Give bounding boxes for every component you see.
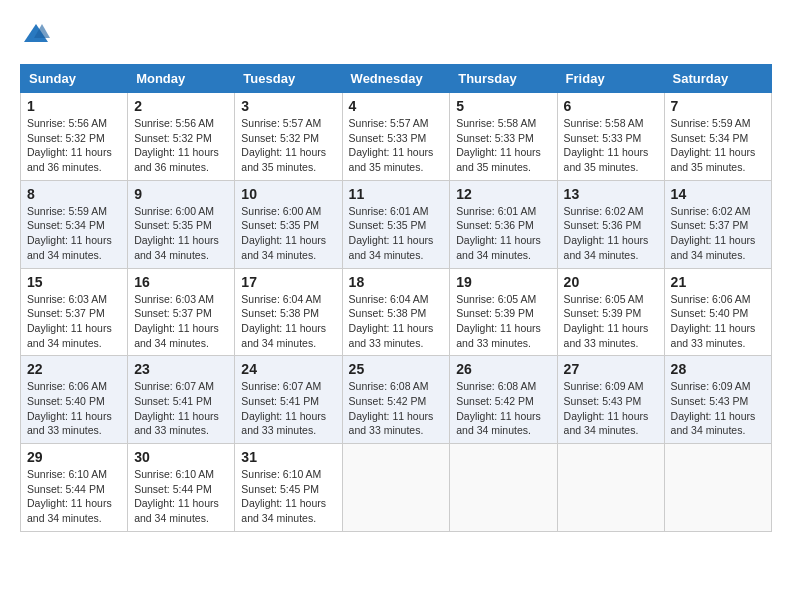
calendar-day-cell: 15 Sunrise: 6:03 AM Sunset: 5:37 PM Dayl… <box>21 268 128 356</box>
calendar-day-cell: 22 Sunrise: 6:06 AM Sunset: 5:40 PM Dayl… <box>21 356 128 444</box>
calendar-header-cell: Saturday <box>664 65 771 93</box>
day-number: 26 <box>456 361 550 377</box>
day-number: 1 <box>27 98 121 114</box>
day-number: 18 <box>349 274 444 290</box>
day-info: Sunrise: 6:07 AM Sunset: 5:41 PM Dayligh… <box>241 379 335 438</box>
day-info: Sunrise: 6:01 AM Sunset: 5:36 PM Dayligh… <box>456 204 550 263</box>
calendar-day-cell: 7 Sunrise: 5:59 AM Sunset: 5:34 PM Dayli… <box>664 93 771 181</box>
day-number: 21 <box>671 274 765 290</box>
calendar-header-cell: Sunday <box>21 65 128 93</box>
calendar-day-cell: 8 Sunrise: 5:59 AM Sunset: 5:34 PM Dayli… <box>21 180 128 268</box>
day-info: Sunrise: 6:00 AM Sunset: 5:35 PM Dayligh… <box>134 204 228 263</box>
calendar-day-cell: 12 Sunrise: 6:01 AM Sunset: 5:36 PM Dayl… <box>450 180 557 268</box>
calendar-empty-cell <box>450 444 557 532</box>
calendar-day-cell: 23 Sunrise: 6:07 AM Sunset: 5:41 PM Dayl… <box>128 356 235 444</box>
calendar-day-cell: 11 Sunrise: 6:01 AM Sunset: 5:35 PM Dayl… <box>342 180 450 268</box>
day-info: Sunrise: 6:02 AM Sunset: 5:37 PM Dayligh… <box>671 204 765 263</box>
day-number: 14 <box>671 186 765 202</box>
day-number: 5 <box>456 98 550 114</box>
calendar-empty-cell <box>342 444 450 532</box>
day-number: 13 <box>564 186 658 202</box>
calendar-day-cell: 2 Sunrise: 5:56 AM Sunset: 5:32 PM Dayli… <box>128 93 235 181</box>
day-number: 12 <box>456 186 550 202</box>
day-info: Sunrise: 6:03 AM Sunset: 5:37 PM Dayligh… <box>134 292 228 351</box>
calendar-day-cell: 28 Sunrise: 6:09 AM Sunset: 5:43 PM Dayl… <box>664 356 771 444</box>
day-info: Sunrise: 6:01 AM Sunset: 5:35 PM Dayligh… <box>349 204 444 263</box>
calendar-week-row: 1 Sunrise: 5:56 AM Sunset: 5:32 PM Dayli… <box>21 93 772 181</box>
calendar-day-cell: 6 Sunrise: 5:58 AM Sunset: 5:33 PM Dayli… <box>557 93 664 181</box>
calendar-week-row: 8 Sunrise: 5:59 AM Sunset: 5:34 PM Dayli… <box>21 180 772 268</box>
day-info: Sunrise: 6:09 AM Sunset: 5:43 PM Dayligh… <box>564 379 658 438</box>
day-number: 11 <box>349 186 444 202</box>
calendar-day-cell: 26 Sunrise: 6:08 AM Sunset: 5:42 PM Dayl… <box>450 356 557 444</box>
calendar-day-cell: 4 Sunrise: 5:57 AM Sunset: 5:33 PM Dayli… <box>342 93 450 181</box>
calendar-day-cell: 10 Sunrise: 6:00 AM Sunset: 5:35 PM Dayl… <box>235 180 342 268</box>
calendar-day-cell: 20 Sunrise: 6:05 AM Sunset: 5:39 PM Dayl… <box>557 268 664 356</box>
day-info: Sunrise: 6:06 AM Sunset: 5:40 PM Dayligh… <box>27 379 121 438</box>
calendar-header-cell: Tuesday <box>235 65 342 93</box>
day-info: Sunrise: 5:58 AM Sunset: 5:33 PM Dayligh… <box>564 116 658 175</box>
day-info: Sunrise: 6:06 AM Sunset: 5:40 PM Dayligh… <box>671 292 765 351</box>
calendar-day-cell: 27 Sunrise: 6:09 AM Sunset: 5:43 PM Dayl… <box>557 356 664 444</box>
calendar-day-cell: 30 Sunrise: 6:10 AM Sunset: 5:44 PM Dayl… <box>128 444 235 532</box>
calendar-empty-cell <box>664 444 771 532</box>
calendar-day-cell: 24 Sunrise: 6:07 AM Sunset: 5:41 PM Dayl… <box>235 356 342 444</box>
calendar-week-row: 29 Sunrise: 6:10 AM Sunset: 5:44 PM Dayl… <box>21 444 772 532</box>
day-info: Sunrise: 6:04 AM Sunset: 5:38 PM Dayligh… <box>349 292 444 351</box>
day-number: 31 <box>241 449 335 465</box>
calendar-header-cell: Friday <box>557 65 664 93</box>
day-number: 22 <box>27 361 121 377</box>
day-number: 7 <box>671 98 765 114</box>
day-number: 6 <box>564 98 658 114</box>
calendar-day-cell: 16 Sunrise: 6:03 AM Sunset: 5:37 PM Dayl… <box>128 268 235 356</box>
day-info: Sunrise: 6:05 AM Sunset: 5:39 PM Dayligh… <box>456 292 550 351</box>
day-number: 29 <box>27 449 121 465</box>
calendar-header-row: SundayMondayTuesdayWednesdayThursdayFrid… <box>21 65 772 93</box>
day-info: Sunrise: 6:08 AM Sunset: 5:42 PM Dayligh… <box>456 379 550 438</box>
calendar-body: 1 Sunrise: 5:56 AM Sunset: 5:32 PM Dayli… <box>21 93 772 532</box>
day-info: Sunrise: 6:03 AM Sunset: 5:37 PM Dayligh… <box>27 292 121 351</box>
day-number: 28 <box>671 361 765 377</box>
day-info: Sunrise: 6:10 AM Sunset: 5:44 PM Dayligh… <box>134 467 228 526</box>
day-number: 24 <box>241 361 335 377</box>
day-number: 9 <box>134 186 228 202</box>
day-number: 30 <box>134 449 228 465</box>
calendar-day-cell: 21 Sunrise: 6:06 AM Sunset: 5:40 PM Dayl… <box>664 268 771 356</box>
day-number: 2 <box>134 98 228 114</box>
calendar-day-cell: 14 Sunrise: 6:02 AM Sunset: 5:37 PM Dayl… <box>664 180 771 268</box>
day-number: 17 <box>241 274 335 290</box>
day-number: 19 <box>456 274 550 290</box>
day-info: Sunrise: 6:05 AM Sunset: 5:39 PM Dayligh… <box>564 292 658 351</box>
logo-icon <box>22 20 50 48</box>
day-number: 25 <box>349 361 444 377</box>
calendar-day-cell: 5 Sunrise: 5:58 AM Sunset: 5:33 PM Dayli… <box>450 93 557 181</box>
day-info: Sunrise: 6:09 AM Sunset: 5:43 PM Dayligh… <box>671 379 765 438</box>
calendar-day-cell: 29 Sunrise: 6:10 AM Sunset: 5:44 PM Dayl… <box>21 444 128 532</box>
calendar-week-row: 22 Sunrise: 6:06 AM Sunset: 5:40 PM Dayl… <box>21 356 772 444</box>
calendar-day-cell: 19 Sunrise: 6:05 AM Sunset: 5:39 PM Dayl… <box>450 268 557 356</box>
calendar-day-cell: 25 Sunrise: 6:08 AM Sunset: 5:42 PM Dayl… <box>342 356 450 444</box>
calendar-day-cell: 31 Sunrise: 6:10 AM Sunset: 5:45 PM Dayl… <box>235 444 342 532</box>
day-info: Sunrise: 5:57 AM Sunset: 5:32 PM Dayligh… <box>241 116 335 175</box>
day-info: Sunrise: 6:08 AM Sunset: 5:42 PM Dayligh… <box>349 379 444 438</box>
day-info: Sunrise: 6:02 AM Sunset: 5:36 PM Dayligh… <box>564 204 658 263</box>
day-info: Sunrise: 5:59 AM Sunset: 5:34 PM Dayligh… <box>27 204 121 263</box>
day-number: 16 <box>134 274 228 290</box>
calendar-empty-cell <box>557 444 664 532</box>
calendar-day-cell: 1 Sunrise: 5:56 AM Sunset: 5:32 PM Dayli… <box>21 93 128 181</box>
calendar-day-cell: 17 Sunrise: 6:04 AM Sunset: 5:38 PM Dayl… <box>235 268 342 356</box>
calendar-header-cell: Monday <box>128 65 235 93</box>
day-info: Sunrise: 6:07 AM Sunset: 5:41 PM Dayligh… <box>134 379 228 438</box>
calendar-header-cell: Wednesday <box>342 65 450 93</box>
calendar-day-cell: 9 Sunrise: 6:00 AM Sunset: 5:35 PM Dayli… <box>128 180 235 268</box>
day-number: 23 <box>134 361 228 377</box>
day-number: 20 <box>564 274 658 290</box>
day-info: Sunrise: 6:10 AM Sunset: 5:44 PM Dayligh… <box>27 467 121 526</box>
page-header <box>20 20 772 54</box>
calendar-header-cell: Thursday <box>450 65 557 93</box>
day-number: 27 <box>564 361 658 377</box>
day-info: Sunrise: 6:04 AM Sunset: 5:38 PM Dayligh… <box>241 292 335 351</box>
day-number: 4 <box>349 98 444 114</box>
calendar-table: SundayMondayTuesdayWednesdayThursdayFrid… <box>20 64 772 532</box>
day-number: 8 <box>27 186 121 202</box>
